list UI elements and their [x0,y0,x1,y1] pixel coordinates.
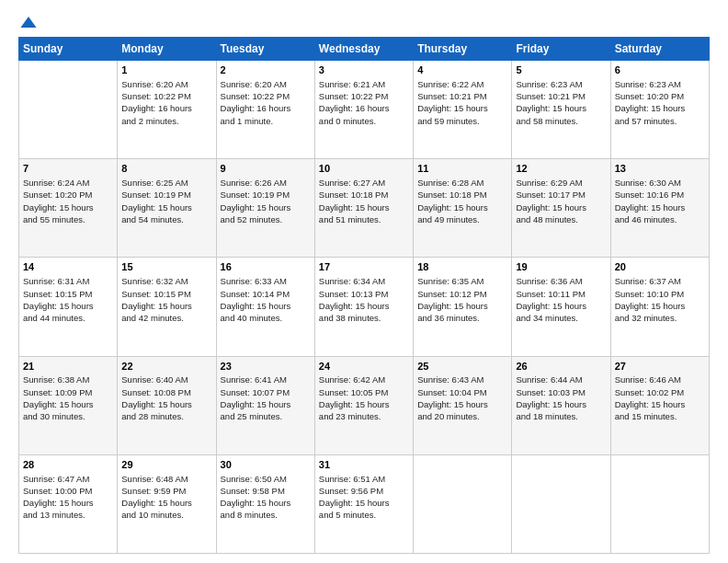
weekday-header: Sunday [19,38,118,61]
day-number: 23 [221,360,311,373]
calendar-week-row: 28Sunrise: 6:47 AM Sunset: 10:00 PM Dayl… [19,454,710,553]
calendar-cell: 23Sunrise: 6:41 AM Sunset: 10:07 PM Dayl… [216,356,314,454]
day-info: Sunrise: 6:28 AM Sunset: 10:18 PM Daylig… [417,177,507,225]
calendar-week-row: 21Sunrise: 6:38 AM Sunset: 10:09 PM Dayl… [19,356,710,454]
calendar-cell: 25Sunrise: 6:43 AM Sunset: 10:04 PM Dayl… [414,356,512,454]
day-info: Sunrise: 6:27 AM Sunset: 10:18 PM Daylig… [319,177,409,225]
calendar-cell [610,454,709,553]
calendar-cell: 13Sunrise: 6:30 AM Sunset: 10:16 PM Dayl… [610,159,709,258]
day-number: 15 [121,260,211,274]
calendar-cell: 5Sunrise: 6:23 AM Sunset: 10:21 PM Dayli… [512,61,610,159]
calendar-cell: 24Sunrise: 6:42 AM Sunset: 10:05 PM Dayl… [314,356,413,454]
logo [18,17,37,28]
day-number: 25 [417,360,507,373]
calendar-cell: 3Sunrise: 6:21 AM Sunset: 10:22 PM Dayli… [314,61,413,159]
day-number: 1 [121,63,211,77]
svg-marker-0 [20,17,36,28]
weekday-header: Thursday [414,38,512,61]
day-number: 17 [319,260,409,274]
calendar-cell [512,454,610,553]
day-info: Sunrise: 6:50 AM Sunset: 9:58 PM Dayligh… [221,473,311,522]
day-number: 5 [516,63,606,77]
calendar-week-row: 14Sunrise: 6:31 AM Sunset: 10:15 PM Dayl… [19,258,710,356]
day-info: Sunrise: 6:51 AM Sunset: 9:56 PM Dayligh… [319,473,409,522]
day-number: 13 [615,162,705,176]
calendar-cell: 11Sunrise: 6:28 AM Sunset: 10:18 PM Dayl… [414,159,512,258]
calendar-cell [414,454,512,553]
day-info: Sunrise: 6:38 AM Sunset: 10:09 PM Daylig… [23,373,113,422]
day-info: Sunrise: 6:42 AM Sunset: 10:05 PM Daylig… [319,373,409,422]
day-number: 18 [417,260,507,274]
calendar-cell: 1Sunrise: 6:20 AM Sunset: 10:22 PM Dayli… [118,61,216,159]
day-info: Sunrise: 6:25 AM Sunset: 10:19 PM Daylig… [121,177,211,225]
weekday-header: Saturday [610,38,709,61]
day-info: Sunrise: 6:23 AM Sunset: 10:21 PM Daylig… [516,78,606,127]
day-info: Sunrise: 6:37 AM Sunset: 10:10 PM Daylig… [615,275,705,324]
header [18,17,710,28]
calendar-cell: 30Sunrise: 6:50 AM Sunset: 9:58 PM Dayli… [216,454,314,553]
day-number: 22 [121,360,211,373]
day-number: 12 [516,162,606,176]
day-info: Sunrise: 6:20 AM Sunset: 10:22 PM Daylig… [221,78,311,127]
day-info: Sunrise: 6:32 AM Sunset: 10:15 PM Daylig… [121,275,211,324]
day-number: 2 [221,63,311,77]
day-number: 19 [516,260,606,274]
calendar-cell: 22Sunrise: 6:40 AM Sunset: 10:08 PM Dayl… [118,356,216,454]
calendar-cell: 28Sunrise: 6:47 AM Sunset: 10:00 PM Dayl… [19,454,118,553]
calendar-cell: 6Sunrise: 6:23 AM Sunset: 10:20 PM Dayli… [610,61,709,159]
day-info: Sunrise: 6:41 AM Sunset: 10:07 PM Daylig… [221,373,311,422]
calendar-cell: 12Sunrise: 6:29 AM Sunset: 10:17 PM Dayl… [512,159,610,258]
calendar-cell: 16Sunrise: 6:33 AM Sunset: 10:14 PM Dayl… [216,258,314,356]
day-info: Sunrise: 6:20 AM Sunset: 10:22 PM Daylig… [121,78,211,127]
page: SundayMondayTuesdayWednesdayThursdayFrid… [0,0,728,563]
weekday-header: Monday [118,38,216,61]
day-info: Sunrise: 6:48 AM Sunset: 9:59 PM Dayligh… [121,473,211,522]
logo-arrow-icon [20,17,37,28]
day-info: Sunrise: 6:47 AM Sunset: 10:00 PM Daylig… [23,473,113,522]
day-number: 28 [23,458,113,472]
calendar-cell [19,61,118,159]
day-info: Sunrise: 6:46 AM Sunset: 10:02 PM Daylig… [615,373,705,422]
day-number: 7 [23,162,113,176]
calendar-cell: 14Sunrise: 6:31 AM Sunset: 10:15 PM Dayl… [19,258,118,356]
day-info: Sunrise: 6:31 AM Sunset: 10:15 PM Daylig… [23,275,113,324]
day-number: 9 [221,162,311,176]
calendar-cell: 15Sunrise: 6:32 AM Sunset: 10:15 PM Dayl… [118,258,216,356]
day-info: Sunrise: 6:22 AM Sunset: 10:21 PM Daylig… [417,78,507,127]
day-number: 21 [23,360,113,373]
day-number: 26 [516,360,606,373]
day-info: Sunrise: 6:24 AM Sunset: 10:20 PM Daylig… [23,177,113,225]
day-number: 3 [319,63,409,77]
calendar-cell: 29Sunrise: 6:48 AM Sunset: 9:59 PM Dayli… [118,454,216,553]
day-number: 30 [221,458,311,472]
day-info: Sunrise: 6:43 AM Sunset: 10:04 PM Daylig… [417,373,507,422]
day-number: 29 [121,458,211,472]
day-number: 14 [23,260,113,274]
calendar-cell: 17Sunrise: 6:34 AM Sunset: 10:13 PM Dayl… [314,258,413,356]
calendar-cell: 20Sunrise: 6:37 AM Sunset: 10:10 PM Dayl… [610,258,709,356]
calendar-cell: 19Sunrise: 6:36 AM Sunset: 10:11 PM Dayl… [512,258,610,356]
day-number: 16 [221,260,311,274]
day-number: 11 [417,162,507,176]
day-number: 27 [615,360,705,373]
day-info: Sunrise: 6:35 AM Sunset: 10:12 PM Daylig… [417,275,507,324]
day-number: 24 [319,360,409,373]
day-number: 20 [615,260,705,274]
day-info: Sunrise: 6:33 AM Sunset: 10:14 PM Daylig… [221,275,311,324]
day-number: 10 [319,162,409,176]
calendar-cell: 9Sunrise: 6:26 AM Sunset: 10:19 PM Dayli… [216,159,314,258]
weekday-header: Wednesday [314,38,413,61]
calendar-table: SundayMondayTuesdayWednesdayThursdayFrid… [18,37,710,554]
day-number: 4 [417,63,507,77]
calendar-week-row: 1Sunrise: 6:20 AM Sunset: 10:22 PM Dayli… [19,61,710,159]
weekday-header: Friday [512,38,610,61]
calendar-week-row: 7Sunrise: 6:24 AM Sunset: 10:20 PM Dayli… [19,159,710,258]
calendar-cell: 27Sunrise: 6:46 AM Sunset: 10:02 PM Dayl… [610,356,709,454]
calendar-cell: 7Sunrise: 6:24 AM Sunset: 10:20 PM Dayli… [19,159,118,258]
calendar-cell: 4Sunrise: 6:22 AM Sunset: 10:21 PM Dayli… [414,61,512,159]
calendar-cell: 26Sunrise: 6:44 AM Sunset: 10:03 PM Dayl… [512,356,610,454]
calendar-cell: 21Sunrise: 6:38 AM Sunset: 10:09 PM Dayl… [19,356,118,454]
day-info: Sunrise: 6:26 AM Sunset: 10:19 PM Daylig… [221,177,311,225]
day-info: Sunrise: 6:29 AM Sunset: 10:17 PM Daylig… [516,177,606,225]
calendar-cell: 2Sunrise: 6:20 AM Sunset: 10:22 PM Dayli… [216,61,314,159]
